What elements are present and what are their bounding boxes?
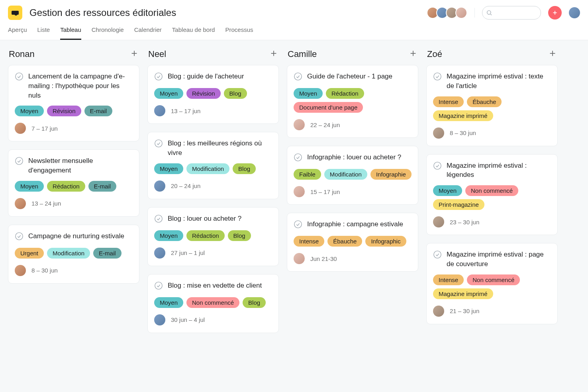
tag[interactable]: Rédaction bbox=[326, 88, 364, 99]
tag[interactable]: Moyen bbox=[154, 163, 183, 174]
tag[interactable]: Rédaction bbox=[186, 230, 225, 241]
due-date: 8 – 30 jun bbox=[31, 267, 58, 274]
complete-check-icon[interactable] bbox=[433, 250, 442, 261]
tag[interactable]: Non commencé bbox=[465, 185, 518, 196]
complete-check-icon[interactable] bbox=[433, 72, 442, 82]
assignee-avatar[interactable] bbox=[154, 105, 165, 116]
task-card[interactable]: Magazine imprimé estival : légendesMoyen… bbox=[426, 154, 558, 235]
tab-tableau[interactable]: Tableau bbox=[60, 26, 81, 40]
tag[interactable]: Blog bbox=[228, 230, 251, 241]
complete-check-icon[interactable] bbox=[294, 72, 302, 82]
tag[interactable]: Document d'une page bbox=[294, 102, 363, 113]
tag[interactable]: Moyen bbox=[294, 88, 323, 99]
avatar[interactable] bbox=[455, 7, 467, 19]
tag[interactable]: Révision bbox=[47, 106, 81, 116]
tag[interactable]: Infographie bbox=[370, 169, 412, 180]
tag[interactable]: Intense bbox=[294, 236, 324, 247]
tag[interactable]: Intense bbox=[433, 96, 464, 107]
assignee-avatar[interactable] bbox=[433, 216, 444, 227]
tab-calendrier[interactable]: Calendrier bbox=[134, 26, 162, 40]
task-card[interactable]: Blog : les meilleures régions où vivreMo… bbox=[147, 132, 279, 199]
assignee-avatar[interactable] bbox=[154, 247, 165, 259]
tag[interactable]: Modification bbox=[47, 248, 90, 259]
column: ZoéMagazine imprimé estival : texte de l… bbox=[426, 49, 558, 341]
complete-check-icon[interactable] bbox=[154, 281, 163, 292]
assignee-avatar[interactable] bbox=[15, 198, 26, 209]
tag[interactable]: Faible bbox=[294, 169, 321, 180]
assignee-avatar[interactable] bbox=[154, 180, 165, 192]
tag[interactable]: Révision bbox=[186, 88, 221, 99]
assignee-avatar[interactable] bbox=[294, 186, 305, 197]
task-card[interactable]: Blog : mise en vedette de clientMoyenNon… bbox=[147, 274, 279, 333]
add-card-button[interactable] bbox=[269, 49, 278, 59]
task-card[interactable]: Magazine imprimé estival : texte de l'ar… bbox=[426, 65, 558, 146]
assignee-avatar[interactable] bbox=[294, 119, 305, 130]
tag[interactable]: Ébauche bbox=[467, 96, 502, 107]
assignee-avatar[interactable] bbox=[15, 265, 26, 276]
task-card[interactable]: Magazine imprimé estival : page de couve… bbox=[426, 243, 558, 324]
assignee-avatar[interactable] bbox=[433, 306, 444, 317]
complete-check-icon[interactable] bbox=[154, 214, 163, 225]
tag-list: MoyenNon commencéBlog bbox=[154, 297, 272, 308]
tag[interactable]: Ébauche bbox=[327, 236, 362, 247]
tag[interactable]: Moyen bbox=[154, 297, 183, 308]
complete-check-icon[interactable] bbox=[15, 232, 24, 242]
tag[interactable]: Infographic bbox=[365, 236, 406, 247]
assignee-avatar[interactable] bbox=[294, 253, 305, 264]
tag[interactable]: Blog bbox=[224, 88, 247, 99]
tag[interactable]: Magazine imprimé bbox=[433, 110, 493, 121]
tag[interactable]: Rédaction bbox=[47, 181, 85, 192]
complete-check-icon[interactable] bbox=[15, 72, 24, 82]
assignee-avatar[interactable] bbox=[433, 127, 444, 139]
task-card[interactable]: Newsletter mensuelle d'engagementMoyenRé… bbox=[8, 149, 139, 217]
task-card[interactable]: Guide de l'acheteur - 1 pageMoyenRédacti… bbox=[287, 65, 418, 138]
tag[interactable]: Moyen bbox=[15, 181, 44, 192]
complete-check-icon[interactable] bbox=[154, 139, 163, 149]
project-logo[interactable] bbox=[8, 6, 22, 20]
member-avatars[interactable] bbox=[429, 7, 467, 19]
tag-list: MoyenRévisionBlog bbox=[154, 88, 272, 99]
tag[interactable]: Moyen bbox=[433, 185, 462, 196]
tag[interactable]: Blog bbox=[233, 163, 256, 174]
task-card[interactable]: Infographie : louer ou acheter ?FaibleMo… bbox=[287, 146, 418, 205]
tag[interactable]: Blog bbox=[243, 297, 266, 308]
complete-check-icon[interactable] bbox=[154, 72, 163, 82]
tab-aperçu[interactable]: Aperçu bbox=[8, 26, 27, 40]
current-user-avatar[interactable] bbox=[569, 7, 580, 18]
tag[interactable]: Non commencé bbox=[467, 274, 520, 285]
task-card[interactable]: Lancement de la campagne d'e-mailing : l… bbox=[8, 65, 139, 141]
complete-check-icon[interactable] bbox=[15, 157, 24, 167]
tag[interactable]: Non commencé bbox=[186, 297, 239, 308]
tab-liste[interactable]: Liste bbox=[37, 26, 50, 40]
add-card-button[interactable] bbox=[409, 49, 417, 59]
tag[interactable]: Magazine imprimé bbox=[433, 288, 493, 299]
tab-chronologie[interactable]: Chronologie bbox=[92, 26, 124, 40]
task-card[interactable]: Blog : louer ou acheter ?MoyenRédactionB… bbox=[147, 207, 279, 266]
complete-check-icon[interactable] bbox=[294, 220, 302, 230]
tab-tableau-de-bord[interactable]: Tableau de bord bbox=[172, 26, 215, 40]
assignee-avatar[interactable] bbox=[154, 314, 165, 325]
add-card-button[interactable] bbox=[130, 49, 139, 59]
tag[interactable]: E-mail bbox=[88, 181, 117, 192]
tag[interactable]: Moyen bbox=[15, 106, 44, 116]
tag[interactable]: Moyen bbox=[154, 230, 183, 241]
tag[interactable]: Print-magazine bbox=[433, 199, 484, 210]
tag[interactable]: E-mail bbox=[84, 106, 113, 116]
complete-check-icon[interactable] bbox=[294, 153, 302, 163]
task-card[interactable]: Campagne de nurturing estivaleUrgentModi… bbox=[8, 225, 139, 284]
assignee-avatar[interactable] bbox=[15, 123, 26, 134]
task-card[interactable]: Blog : guide de l'acheteurMoyenRévisionB… bbox=[147, 65, 279, 124]
tag[interactable]: Modification bbox=[324, 169, 367, 180]
tag[interactable]: Intense bbox=[433, 274, 464, 285]
task-card[interactable]: Infographie : campagne estivaleIntenseÉb… bbox=[287, 213, 418, 272]
complete-check-icon[interactable] bbox=[433, 161, 442, 172]
tag[interactable]: E-mail bbox=[93, 248, 122, 259]
tab-processus[interactable]: Processus bbox=[225, 26, 253, 40]
card-title: Blog : les meilleures régions où vivre bbox=[168, 139, 272, 158]
add-card-button[interactable] bbox=[548, 49, 557, 59]
add-button[interactable] bbox=[548, 6, 562, 20]
tag[interactable]: Modification bbox=[186, 163, 229, 174]
tag[interactable]: Urgent bbox=[15, 248, 44, 259]
tag-list: MoyenModificationBlog bbox=[154, 163, 272, 174]
tag[interactable]: Moyen bbox=[154, 88, 183, 99]
